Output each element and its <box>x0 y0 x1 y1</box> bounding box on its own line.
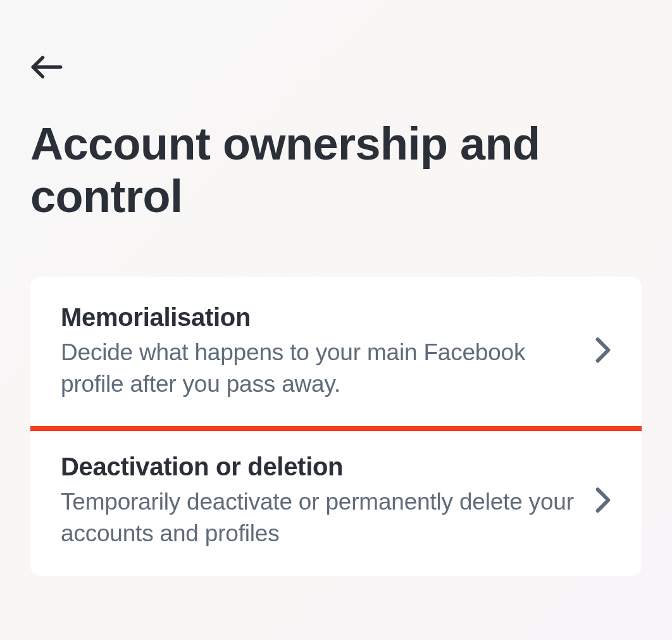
settings-item-description: Decide what happens to your main Faceboo… <box>61 337 582 400</box>
page-title: Account ownership and control <box>30 118 642 223</box>
settings-item-title: Memorialisation <box>61 303 582 332</box>
settings-card: Memorialisation Decide what happens to y… <box>30 277 642 577</box>
chevron-right-icon <box>595 487 611 516</box>
settings-item-deactivation[interactable]: Deactivation or deletion Temporarily dea… <box>30 426 642 576</box>
settings-item-memorialisation[interactable]: Memorialisation Decide what happens to y… <box>30 277 642 427</box>
settings-item-content: Deactivation or deletion Temporarily dea… <box>61 453 595 549</box>
arrow-left-icon <box>30 75 63 85</box>
chevron-right-icon <box>595 337 611 366</box>
settings-item-content: Memorialisation Decide what happens to y… <box>61 303 595 400</box>
settings-item-title: Deactivation or deletion <box>61 453 582 481</box>
settings-item-description: Temporarily deactivate or permanently de… <box>61 486 582 549</box>
back-button[interactable] <box>30 51 63 86</box>
